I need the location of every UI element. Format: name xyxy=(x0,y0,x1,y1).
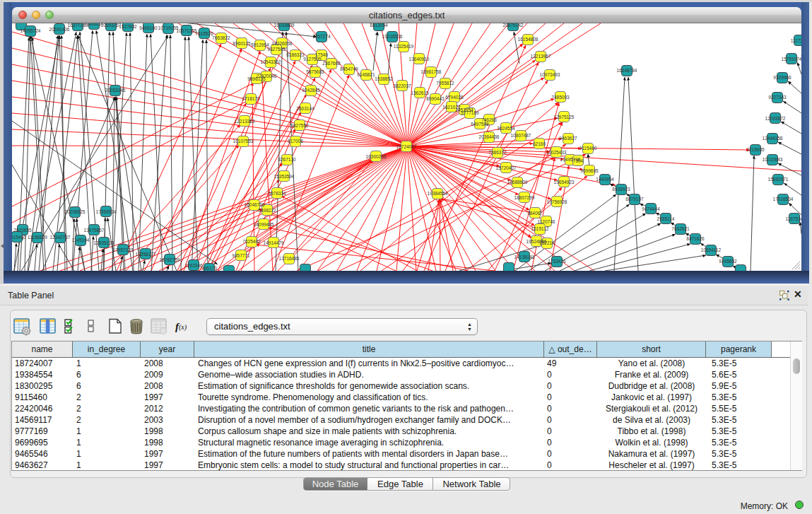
svg-text:3624554: 3624554 xyxy=(497,126,515,131)
svg-text:16046706: 16046706 xyxy=(245,202,265,207)
svg-text:9227343: 9227343 xyxy=(768,95,787,100)
svg-text:7485003: 7485003 xyxy=(551,95,570,100)
svg-text:20364436: 20364436 xyxy=(479,134,500,139)
svg-text:1538852: 1538852 xyxy=(375,76,393,81)
svg-text:10543362: 10543362 xyxy=(261,59,281,64)
svg-text:817006: 817006 xyxy=(288,139,303,144)
svg-text:252214: 252214 xyxy=(539,240,555,245)
svg-text:19384554: 19384554 xyxy=(428,191,448,196)
svg-text:9329966: 9329966 xyxy=(773,75,792,80)
svg-text:14099485: 14099485 xyxy=(254,222,274,227)
svg-text:10210643: 10210643 xyxy=(763,157,783,162)
svg-text:8912954: 8912954 xyxy=(251,42,269,47)
svg-text:8427552: 8427552 xyxy=(290,123,309,128)
svg-text:18724007: 18724007 xyxy=(396,144,417,149)
svg-text:9777169: 9777169 xyxy=(461,110,479,115)
svg-text:14914479: 14914479 xyxy=(264,240,284,245)
svg-text:9127505: 9127505 xyxy=(303,57,322,62)
svg-text:10358177: 10358177 xyxy=(136,252,156,257)
svg-text:15720407: 15720407 xyxy=(496,165,517,170)
svg-text:6497508: 6497508 xyxy=(471,122,489,127)
svg-text:9474444: 9474444 xyxy=(642,206,660,211)
svg-text:13975867: 13975867 xyxy=(84,228,105,233)
svg-text:9463627: 9463627 xyxy=(559,136,577,141)
svg-text:2620655: 2620655 xyxy=(13,228,32,233)
svg-text:16961758: 16961758 xyxy=(421,69,442,74)
svg-text:17016534: 17016534 xyxy=(773,197,794,201)
svg-text:16648784: 16648784 xyxy=(617,68,637,73)
svg-text:6466160: 6466160 xyxy=(139,25,158,30)
svg-text:7955812: 7955812 xyxy=(436,81,454,86)
svg-text:12505135: 12505135 xyxy=(94,240,114,245)
svg-text:3267130: 3267130 xyxy=(278,157,296,162)
svg-text:10654112: 10654112 xyxy=(701,247,722,252)
svg-text:15353594: 15353594 xyxy=(274,174,295,179)
svg-text:2603144: 2603144 xyxy=(296,106,314,111)
svg-text:11156829: 11156829 xyxy=(28,235,47,240)
svg-text:20206525: 20206525 xyxy=(65,209,86,214)
svg-text:17359934: 17359934 xyxy=(96,209,117,214)
svg-text:10025433: 10025433 xyxy=(546,150,567,155)
svg-text:7515526: 7515526 xyxy=(195,31,213,36)
svg-text:5498222: 5498222 xyxy=(258,208,276,213)
svg-text:10671355: 10671355 xyxy=(177,28,197,33)
svg-text:1117345: 1117345 xyxy=(791,38,801,43)
svg-text:8990443: 8990443 xyxy=(426,96,445,101)
svg-text:5878334: 5878334 xyxy=(268,191,286,196)
svg-text:62160: 62160 xyxy=(533,141,546,146)
svg-text:16033809: 16033809 xyxy=(274,23,295,28)
svg-text:5875685: 5875685 xyxy=(306,69,324,74)
svg-text:19218506: 19218506 xyxy=(382,34,403,39)
svg-text:6879197: 6879197 xyxy=(625,197,644,201)
svg-text:3822037: 3822037 xyxy=(393,83,411,88)
svg-text:8813054: 8813054 xyxy=(370,23,388,28)
svg-text:12213363: 12213363 xyxy=(235,119,255,124)
svg-text:20053346: 20053346 xyxy=(105,88,126,93)
svg-text:9327505: 9327505 xyxy=(267,47,286,52)
svg-text:9115460: 9115460 xyxy=(579,146,597,151)
svg-text:16782759: 16782759 xyxy=(160,257,180,262)
svg-text:15692971: 15692971 xyxy=(768,177,789,182)
svg-text:14055724: 14055724 xyxy=(20,28,41,33)
svg-text:16107553: 16107553 xyxy=(233,139,254,144)
svg-text:3215955: 3215955 xyxy=(746,147,765,152)
svg-text:2935114: 2935114 xyxy=(657,216,675,221)
svg-text:13640910: 13640910 xyxy=(409,57,430,62)
svg-text:10807487: 10807487 xyxy=(511,133,531,138)
svg-text:20691406: 20691406 xyxy=(49,27,70,32)
svg-text:8186323: 8186323 xyxy=(286,52,305,57)
svg-text:17957223: 17957223 xyxy=(113,247,134,252)
svg-text:12213967: 12213967 xyxy=(531,54,551,59)
svg-text:12093872: 12093872 xyxy=(765,116,786,121)
svg-text:1440954: 1440954 xyxy=(596,177,614,182)
svg-text:2718170: 2718170 xyxy=(242,96,260,101)
svg-text:8471626: 8471626 xyxy=(686,236,705,241)
svg-text:19654923: 19654923 xyxy=(554,180,575,185)
svg-text:995173: 995173 xyxy=(201,266,217,271)
svg-text:8938923: 8938923 xyxy=(612,187,630,192)
svg-text:1615112: 1615112 xyxy=(531,226,549,231)
svg-text:19756928: 19756928 xyxy=(547,199,567,204)
svg-text:11325419: 11325419 xyxy=(394,44,414,49)
svg-text:20876142: 20876142 xyxy=(503,23,524,28)
svg-text:14138141: 14138141 xyxy=(514,255,535,259)
svg-text:1167534: 1167534 xyxy=(786,216,801,221)
svg-text:18807299: 18807299 xyxy=(514,195,535,200)
svg-text:9245652: 9245652 xyxy=(719,259,737,264)
svg-text:13716485: 13716485 xyxy=(279,256,300,261)
svg-text:12342737: 12342737 xyxy=(50,235,71,240)
svg-text:6794028: 6794028 xyxy=(445,95,464,100)
svg-text:1733426: 1733426 xyxy=(548,259,566,264)
svg-text:12444158: 12444158 xyxy=(763,136,783,141)
svg-text:18300295: 18300295 xyxy=(366,154,387,159)
svg-text:7663822: 7663822 xyxy=(212,35,230,40)
svg-text:7386372: 7386372 xyxy=(488,150,507,155)
svg-text:15751074: 15751074 xyxy=(782,57,801,62)
svg-text:7904: 7904 xyxy=(573,158,584,163)
svg-text:984067: 984067 xyxy=(527,211,543,216)
svg-text:10719155: 10719155 xyxy=(158,25,179,30)
svg-text:2367608: 2367608 xyxy=(322,61,341,66)
svg-text:12975125: 12975125 xyxy=(554,115,575,119)
svg-text:1292346: 1292346 xyxy=(184,263,203,268)
svg-text:16154808: 16154808 xyxy=(518,37,539,42)
